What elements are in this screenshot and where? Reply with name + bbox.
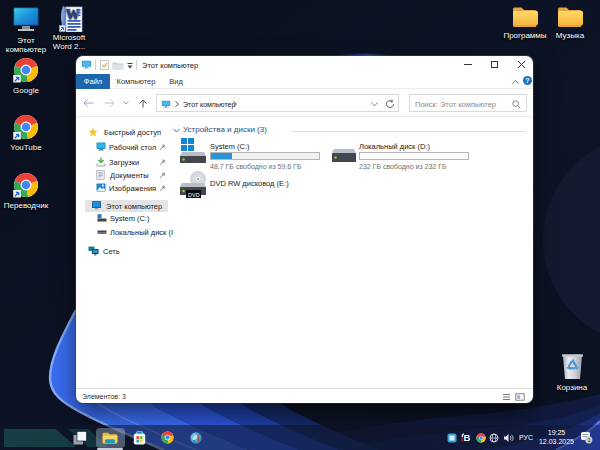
svg-text:DVD: DVD xyxy=(188,192,200,198)
svg-text:B: B xyxy=(463,432,470,443)
